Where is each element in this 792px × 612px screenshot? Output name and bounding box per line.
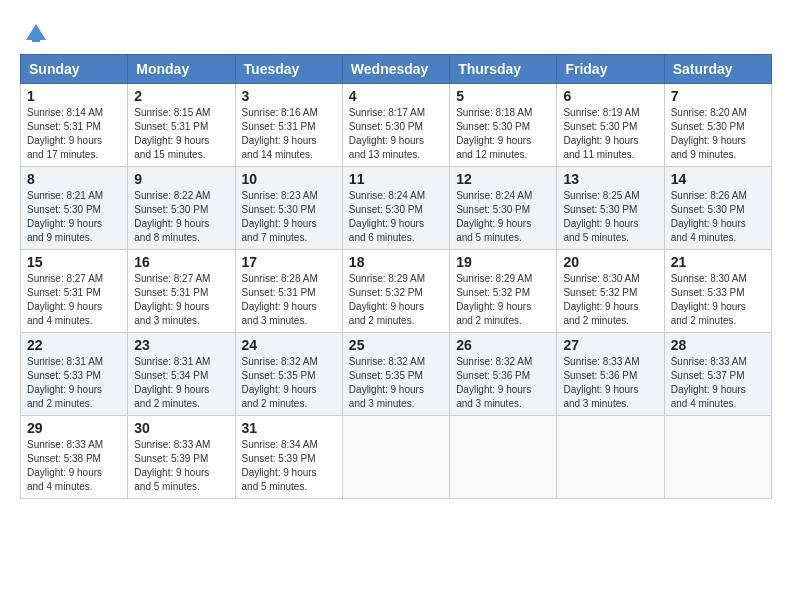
day-info: Sunrise: 8:19 AMSunset: 5:30 PMDaylight:… bbox=[563, 106, 657, 162]
day-number: 19 bbox=[456, 254, 550, 270]
calendar-week-row: 15Sunrise: 8:27 AMSunset: 5:31 PMDayligh… bbox=[21, 250, 772, 333]
day-info: Sunrise: 8:22 AMSunset: 5:30 PMDaylight:… bbox=[134, 189, 228, 245]
day-info: Sunrise: 8:15 AMSunset: 5:31 PMDaylight:… bbox=[134, 106, 228, 162]
day-number: 10 bbox=[242, 171, 336, 187]
day-info: Sunrise: 8:27 AMSunset: 5:31 PMDaylight:… bbox=[27, 272, 121, 328]
day-number: 27 bbox=[563, 337, 657, 353]
day-info: Sunrise: 8:24 AMSunset: 5:30 PMDaylight:… bbox=[349, 189, 443, 245]
calendar-day-header: Thursday bbox=[450, 55, 557, 84]
calendar-day-cell bbox=[450, 416, 557, 499]
day-number: 7 bbox=[671, 88, 765, 104]
calendar-day-cell: 28Sunrise: 8:33 AMSunset: 5:37 PMDayligh… bbox=[664, 333, 771, 416]
day-number: 8 bbox=[27, 171, 121, 187]
day-number: 23 bbox=[134, 337, 228, 353]
day-number: 16 bbox=[134, 254, 228, 270]
calendar-day-cell: 30Sunrise: 8:33 AMSunset: 5:39 PMDayligh… bbox=[128, 416, 235, 499]
day-info: Sunrise: 8:33 AMSunset: 5:37 PMDaylight:… bbox=[671, 355, 765, 411]
day-number: 21 bbox=[671, 254, 765, 270]
calendar-day-cell: 15Sunrise: 8:27 AMSunset: 5:31 PMDayligh… bbox=[21, 250, 128, 333]
calendar-day-cell bbox=[664, 416, 771, 499]
calendar-week-row: 8Sunrise: 8:21 AMSunset: 5:30 PMDaylight… bbox=[21, 167, 772, 250]
day-info: Sunrise: 8:32 AMSunset: 5:36 PMDaylight:… bbox=[456, 355, 550, 411]
calendar-day-cell: 16Sunrise: 8:27 AMSunset: 5:31 PMDayligh… bbox=[128, 250, 235, 333]
day-number: 28 bbox=[671, 337, 765, 353]
day-info: Sunrise: 8:29 AMSunset: 5:32 PMDaylight:… bbox=[456, 272, 550, 328]
calendar-day-cell: 23Sunrise: 8:31 AMSunset: 5:34 PMDayligh… bbox=[128, 333, 235, 416]
calendar-day-cell: 19Sunrise: 8:29 AMSunset: 5:32 PMDayligh… bbox=[450, 250, 557, 333]
day-info: Sunrise: 8:32 AMSunset: 5:35 PMDaylight:… bbox=[242, 355, 336, 411]
calendar-day-cell: 27Sunrise: 8:33 AMSunset: 5:36 PMDayligh… bbox=[557, 333, 664, 416]
svg-rect-1 bbox=[32, 38, 40, 42]
day-info: Sunrise: 8:30 AMSunset: 5:32 PMDaylight:… bbox=[563, 272, 657, 328]
day-info: Sunrise: 8:21 AMSunset: 5:30 PMDaylight:… bbox=[27, 189, 121, 245]
day-number: 31 bbox=[242, 420, 336, 436]
day-number: 26 bbox=[456, 337, 550, 353]
day-number: 24 bbox=[242, 337, 336, 353]
day-info: Sunrise: 8:33 AMSunset: 5:36 PMDaylight:… bbox=[563, 355, 657, 411]
day-number: 29 bbox=[27, 420, 121, 436]
day-number: 6 bbox=[563, 88, 657, 104]
day-info: Sunrise: 8:27 AMSunset: 5:31 PMDaylight:… bbox=[134, 272, 228, 328]
calendar-table: SundayMondayTuesdayWednesdayThursdayFrid… bbox=[20, 54, 772, 499]
day-info: Sunrise: 8:18 AMSunset: 5:30 PMDaylight:… bbox=[456, 106, 550, 162]
day-info: Sunrise: 8:26 AMSunset: 5:30 PMDaylight:… bbox=[671, 189, 765, 245]
day-number: 12 bbox=[456, 171, 550, 187]
calendar-day-header: Tuesday bbox=[235, 55, 342, 84]
day-number: 14 bbox=[671, 171, 765, 187]
day-info: Sunrise: 8:31 AMSunset: 5:34 PMDaylight:… bbox=[134, 355, 228, 411]
calendar-day-cell: 10Sunrise: 8:23 AMSunset: 5:30 PMDayligh… bbox=[235, 167, 342, 250]
calendar-day-cell: 21Sunrise: 8:30 AMSunset: 5:33 PMDayligh… bbox=[664, 250, 771, 333]
day-number: 18 bbox=[349, 254, 443, 270]
day-number: 1 bbox=[27, 88, 121, 104]
calendar-day-cell: 26Sunrise: 8:32 AMSunset: 5:36 PMDayligh… bbox=[450, 333, 557, 416]
calendar-day-cell: 12Sunrise: 8:24 AMSunset: 5:30 PMDayligh… bbox=[450, 167, 557, 250]
day-info: Sunrise: 8:31 AMSunset: 5:33 PMDaylight:… bbox=[27, 355, 121, 411]
day-info: Sunrise: 8:29 AMSunset: 5:32 PMDaylight:… bbox=[349, 272, 443, 328]
calendar-day-cell: 25Sunrise: 8:32 AMSunset: 5:35 PMDayligh… bbox=[342, 333, 449, 416]
day-info: Sunrise: 8:30 AMSunset: 5:33 PMDaylight:… bbox=[671, 272, 765, 328]
svg-marker-0 bbox=[26, 24, 46, 40]
calendar-day-cell: 6Sunrise: 8:19 AMSunset: 5:30 PMDaylight… bbox=[557, 84, 664, 167]
calendar-day-cell bbox=[342, 416, 449, 499]
day-info: Sunrise: 8:33 AMSunset: 5:39 PMDaylight:… bbox=[134, 438, 228, 494]
calendar-day-cell: 18Sunrise: 8:29 AMSunset: 5:32 PMDayligh… bbox=[342, 250, 449, 333]
calendar-day-cell: 17Sunrise: 8:28 AMSunset: 5:31 PMDayligh… bbox=[235, 250, 342, 333]
day-number: 3 bbox=[242, 88, 336, 104]
day-number: 15 bbox=[27, 254, 121, 270]
calendar-week-row: 22Sunrise: 8:31 AMSunset: 5:33 PMDayligh… bbox=[21, 333, 772, 416]
calendar-day-cell: 24Sunrise: 8:32 AMSunset: 5:35 PMDayligh… bbox=[235, 333, 342, 416]
calendar-day-cell: 5Sunrise: 8:18 AMSunset: 5:30 PMDaylight… bbox=[450, 84, 557, 167]
calendar-day-cell bbox=[557, 416, 664, 499]
day-info: Sunrise: 8:33 AMSunset: 5:38 PMDaylight:… bbox=[27, 438, 121, 494]
calendar-day-header: Saturday bbox=[664, 55, 771, 84]
day-number: 9 bbox=[134, 171, 228, 187]
page-header bbox=[20, 20, 772, 44]
calendar-day-cell: 3Sunrise: 8:16 AMSunset: 5:31 PMDaylight… bbox=[235, 84, 342, 167]
day-info: Sunrise: 8:17 AMSunset: 5:30 PMDaylight:… bbox=[349, 106, 443, 162]
calendar-day-header: Wednesday bbox=[342, 55, 449, 84]
logo-icon bbox=[22, 20, 50, 48]
calendar-day-cell: 22Sunrise: 8:31 AMSunset: 5:33 PMDayligh… bbox=[21, 333, 128, 416]
day-info: Sunrise: 8:16 AMSunset: 5:31 PMDaylight:… bbox=[242, 106, 336, 162]
day-number: 17 bbox=[242, 254, 336, 270]
calendar-week-row: 29Sunrise: 8:33 AMSunset: 5:38 PMDayligh… bbox=[21, 416, 772, 499]
day-number: 2 bbox=[134, 88, 228, 104]
calendar-day-cell: 8Sunrise: 8:21 AMSunset: 5:30 PMDaylight… bbox=[21, 167, 128, 250]
calendar-day-header: Friday bbox=[557, 55, 664, 84]
calendar-header-row: SundayMondayTuesdayWednesdayThursdayFrid… bbox=[21, 55, 772, 84]
calendar-day-cell: 9Sunrise: 8:22 AMSunset: 5:30 PMDaylight… bbox=[128, 167, 235, 250]
day-number: 4 bbox=[349, 88, 443, 104]
calendar-day-cell: 20Sunrise: 8:30 AMSunset: 5:32 PMDayligh… bbox=[557, 250, 664, 333]
day-number: 22 bbox=[27, 337, 121, 353]
day-info: Sunrise: 8:20 AMSunset: 5:30 PMDaylight:… bbox=[671, 106, 765, 162]
day-info: Sunrise: 8:25 AMSunset: 5:30 PMDaylight:… bbox=[563, 189, 657, 245]
day-info: Sunrise: 8:23 AMSunset: 5:30 PMDaylight:… bbox=[242, 189, 336, 245]
calendar-day-cell: 1Sunrise: 8:14 AMSunset: 5:31 PMDaylight… bbox=[21, 84, 128, 167]
day-info: Sunrise: 8:14 AMSunset: 5:31 PMDaylight:… bbox=[27, 106, 121, 162]
calendar-day-cell: 7Sunrise: 8:20 AMSunset: 5:30 PMDaylight… bbox=[664, 84, 771, 167]
calendar-day-cell: 13Sunrise: 8:25 AMSunset: 5:30 PMDayligh… bbox=[557, 167, 664, 250]
calendar-day-cell: 29Sunrise: 8:33 AMSunset: 5:38 PMDayligh… bbox=[21, 416, 128, 499]
calendar-week-row: 1Sunrise: 8:14 AMSunset: 5:31 PMDaylight… bbox=[21, 84, 772, 167]
calendar-day-header: Monday bbox=[128, 55, 235, 84]
day-number: 5 bbox=[456, 88, 550, 104]
